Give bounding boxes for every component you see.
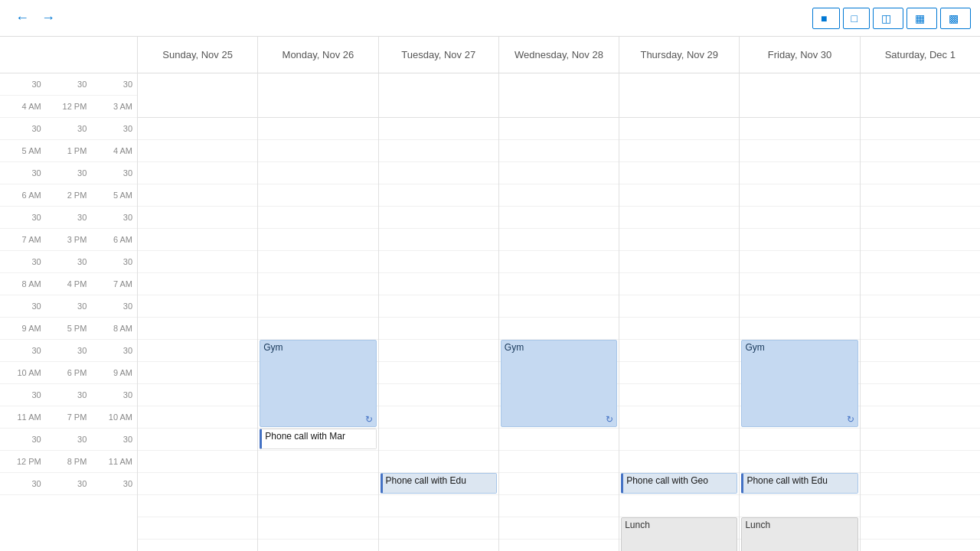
event-phone-call[interactable]: Phone call with Edu xyxy=(741,473,858,494)
event-gym[interactable]: Gym↻ xyxy=(260,340,376,427)
day-time-slot xyxy=(499,273,619,295)
time-label-col-2: 11 AM xyxy=(91,457,137,466)
time-row: 5 AM1 PM4 AM xyxy=(0,140,137,162)
allday-col-5 xyxy=(740,73,860,117)
day-col-6[interactable] xyxy=(861,118,980,551)
day-time-slot xyxy=(258,295,377,318)
allday-col-6 xyxy=(861,73,980,117)
day-time-slot xyxy=(861,162,980,184)
day-icon: □ xyxy=(851,12,858,24)
event-lunch[interactable]: Lunch xyxy=(741,517,858,551)
day-time-slot xyxy=(861,406,980,429)
day-col-2[interactable]: Phone call with Edu xyxy=(379,118,499,551)
time-label-col-2: 30 xyxy=(91,390,137,399)
day-time-slot xyxy=(138,318,257,340)
time-label-col-2: 7 AM xyxy=(91,279,137,289)
day-time-slot xyxy=(499,495,619,517)
full-week-icon: ▦ xyxy=(915,12,925,24)
event-phone-call[interactable]: Phone call with Edu xyxy=(381,473,497,494)
time-label-col-1: 12 PM xyxy=(46,102,92,111)
prev-button[interactable]: ← xyxy=(9,7,35,29)
day-time-slot xyxy=(861,340,980,362)
day-time-slot xyxy=(619,406,739,429)
today-button[interactable]: ■ xyxy=(812,8,839,29)
time-label-col-1: 3 PM xyxy=(46,235,92,244)
time-label-col-0: 8 AM xyxy=(0,279,46,289)
day-time-slot xyxy=(861,362,980,384)
event-phone-call[interactable]: Phone call with Geo xyxy=(621,473,737,494)
time-label-col-0: 6 AM xyxy=(0,191,46,200)
day-time-slot xyxy=(258,318,377,340)
work-week-button[interactable]: ◫ xyxy=(873,8,903,29)
time-label-col-1: 30 xyxy=(46,479,92,488)
time-row: 9 AM5 PM8 AM xyxy=(0,318,137,340)
day-col-1[interactable]: Gym↻Phone call with Mar xyxy=(258,118,378,551)
month-button[interactable]: ▩ xyxy=(940,8,971,29)
work-week-icon: ◫ xyxy=(881,12,891,24)
day-time-slot xyxy=(861,473,980,495)
day-time-slot xyxy=(499,251,619,273)
full-week-button[interactable]: ▦ xyxy=(906,8,937,29)
day-col-3[interactable]: Gym↻ xyxy=(499,118,619,551)
day-time-slot xyxy=(861,429,980,451)
time-row: 303030 xyxy=(0,73,137,96)
day-time-slot xyxy=(619,229,739,251)
allday-col-1 xyxy=(258,73,378,117)
month-icon: ▩ xyxy=(949,12,959,24)
time-row: 303030 xyxy=(0,340,137,362)
day-time-slot xyxy=(861,184,980,207)
day-time-slot xyxy=(740,318,859,340)
day-time-slot xyxy=(138,429,257,451)
day-time-slot xyxy=(619,118,739,140)
day-time-slot xyxy=(138,451,257,473)
time-label-col-2: 3 AM xyxy=(91,102,137,111)
day-time-slot xyxy=(499,517,619,540)
day-time-slot xyxy=(619,295,739,318)
day-header-2: Tuesday, Nov 27 xyxy=(379,37,499,73)
day-time-slot xyxy=(379,429,498,451)
day-time-slot xyxy=(379,229,498,251)
day-time-slot xyxy=(379,251,498,273)
day-columns-wrapper: Sunday, Nov 25Monday, Nov 26Tuesday, Nov… xyxy=(138,37,980,551)
day-time-slot xyxy=(379,273,498,295)
day-col-0[interactable] xyxy=(138,118,258,551)
time-label-col-2: 10 AM xyxy=(91,412,137,422)
day-time-slot xyxy=(138,295,257,318)
time-label-col-2: 30 xyxy=(91,80,137,89)
day-time-slot xyxy=(499,429,619,451)
time-label-col-0: 30 xyxy=(0,257,46,266)
today-icon: ■ xyxy=(821,12,827,24)
day-time-slot xyxy=(499,118,619,140)
time-label-col-0: 30 xyxy=(0,213,46,222)
day-time-slot xyxy=(379,184,498,207)
time-label-col-0: 4 AM xyxy=(0,102,46,111)
time-label-col-2: 30 xyxy=(91,257,137,266)
day-time-slot xyxy=(619,273,739,295)
day-header-6: Saturday, Dec 1 xyxy=(861,37,980,73)
time-label-col-0: 5 AM xyxy=(0,146,46,155)
event-phone-call[interactable]: Phone call with Mar xyxy=(260,429,376,449)
event-gym[interactable]: Gym↻ xyxy=(741,340,858,427)
event-gym[interactable]: Gym↻ xyxy=(501,340,617,427)
day-time-slot xyxy=(138,207,257,229)
event-lunch[interactable]: Lunch xyxy=(621,517,737,551)
time-label-col-2: 30 xyxy=(91,435,137,444)
day-time-slot xyxy=(740,207,859,229)
day-col-4[interactable]: Phone call with GeoLunch xyxy=(619,118,740,551)
day-time-slot xyxy=(861,295,980,318)
time-label-col-1: 30 xyxy=(46,124,92,133)
time-slots-gutter: 3030304 AM12 PM3 AM3030305 AM1 PM4 AM303… xyxy=(0,73,137,551)
day-time-slot xyxy=(861,384,980,406)
day-time-slot xyxy=(258,184,377,207)
time-label-col-1: 4 PM xyxy=(46,279,92,289)
day-button[interactable]: □ xyxy=(843,8,870,29)
time-row: 303030 xyxy=(0,118,137,140)
time-label-col-0: 10 AM xyxy=(0,368,46,377)
day-time-slot xyxy=(499,318,619,340)
day-time-slot xyxy=(258,473,377,495)
next-button[interactable]: → xyxy=(35,7,61,29)
day-col-5[interactable]: Gym↻Phone call with EduLunch xyxy=(740,118,860,551)
day-time-slot xyxy=(861,251,980,273)
day-time-slot xyxy=(258,207,377,229)
day-time-slot xyxy=(258,451,377,473)
